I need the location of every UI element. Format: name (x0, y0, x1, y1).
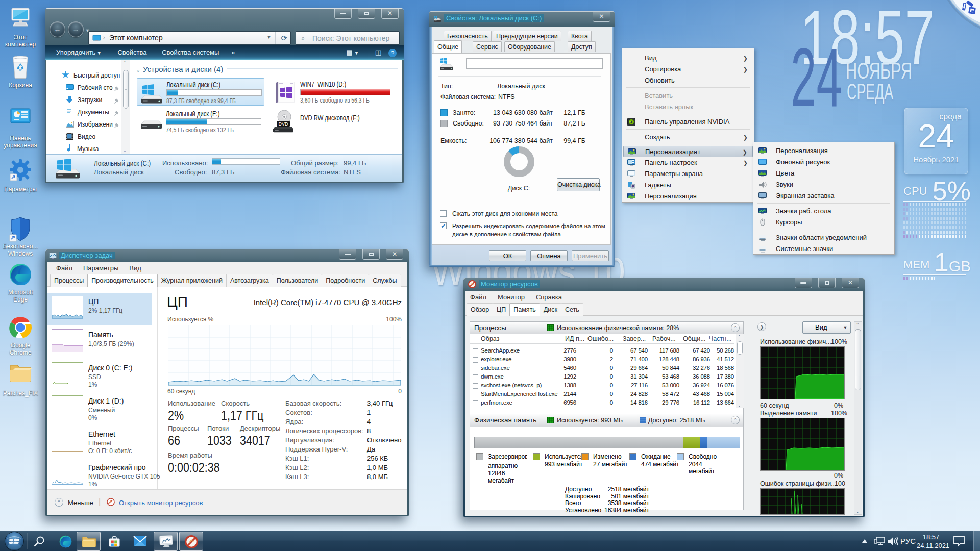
svg-text:DVD: DVD (278, 121, 288, 127)
